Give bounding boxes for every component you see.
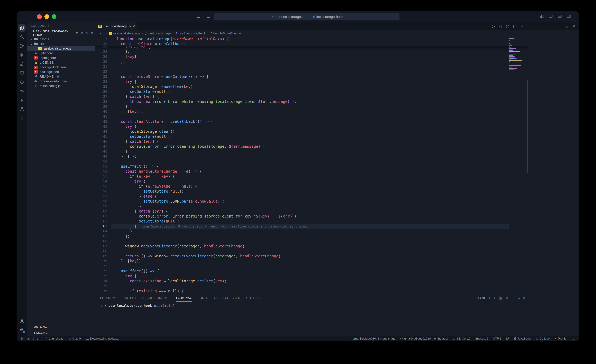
tree-item-useLocalstorage.js[interactable]: JSuseLocalstorage.js	[27, 46, 95, 51]
tree-item-LICENSE[interactable]: ▤LICENSE	[27, 60, 95, 65]
maximize-panel-icon[interactable]: ∧	[518, 296, 520, 300]
panel-tab-terminal[interactable]: TERMINAL	[176, 294, 192, 302]
customize-layout-icon[interactable]	[539, 14, 544, 19]
code-line-70[interactable]: 70 }, [key]);	[95, 259, 529, 264]
go-live-status[interactable]: ◎ Go Live	[536, 337, 550, 340]
back-icon[interactable]: ←	[196, 14, 201, 19]
code-line-65[interactable]: 65 };	[95, 234, 529, 239]
commit-status[interactable]: umarSiddique010 (8 months ago)	[400, 337, 448, 340]
flame-icon[interactable]	[18, 114, 26, 123]
restore-layout-icon[interactable]: ⊞	[565, 24, 568, 28]
code-line-69[interactable]: 69 return () => window.removeEventListen…	[95, 254, 529, 259]
tree-item-.npmignore[interactable]: n.npmignore	[27, 55, 95, 60]
panel-tab-debug-console[interactable]: DEBUG CONSOLE	[142, 294, 170, 302]
tree-item-.gitignore[interactable]: ◆.gitignore	[27, 51, 95, 55]
panel-tab-output[interactable]: OUTPUT	[123, 294, 136, 302]
source-control-icon[interactable]	[18, 41, 26, 51]
toggle-sidebar-icon[interactable]	[548, 14, 553, 19]
code-line-49[interactable]: 49 }, []);	[95, 154, 529, 159]
toggle-secondary-sidebar-icon[interactable]	[566, 14, 571, 19]
zoom-button[interactable]	[52, 14, 56, 19]
settings-gear-icon[interactable]	[18, 325, 26, 334]
run-file-icon[interactable]: ▷	[492, 24, 495, 28]
code-line-30[interactable]: 30 );	[95, 59, 529, 64]
editor-scrollbar[interactable]	[527, 80, 528, 173]
code-line-32[interactable]: 32	[95, 69, 529, 74]
code-line-61[interactable]: 61 console.error(`Error parsing storage …	[95, 214, 529, 219]
testing-icon[interactable]	[18, 105, 26, 114]
explorer-icon[interactable]	[18, 23, 26, 32]
code-line-44[interactable]: 44 localStorage.clear();	[95, 129, 529, 134]
formatter-status[interactable]: ✓ Prettier	[554, 337, 567, 340]
code-line-38[interactable]: 38 throw new Error(`Error while removing…	[95, 99, 529, 104]
kill-terminal-icon[interactable]	[505, 296, 508, 300]
blame-status[interactable]: umarSiddique010, 8 months ago	[349, 337, 395, 340]
collapse-folders-icon[interactable]: ⊟	[90, 31, 93, 35]
editor-more-icon[interactable]: ⋯	[521, 24, 524, 28]
panel-more-icon[interactable]: ⋯	[512, 296, 515, 300]
new-folder-icon[interactable]: ⊞	[81, 31, 83, 35]
code-line-51[interactable]: 51 useEffect(() => {	[95, 164, 529, 169]
code-line-55[interactable]: 55 if (e.newValue === null) {	[95, 184, 529, 189]
code-line-45[interactable]: 45 setGetStore(null);	[95, 134, 529, 139]
code-line-41[interactable]: 41	[95, 114, 529, 119]
branch-status[interactable]: main 0↓ 1↑	[21, 337, 40, 340]
update-status[interactable]: ☁ Downloading update...	[86, 337, 119, 340]
code-line-52[interactable]: 52 const handleStoreChange = (e) => {	[95, 169, 529, 174]
new-file-icon[interactable]: ⊕	[76, 31, 78, 35]
forward-icon[interactable]: →	[206, 14, 211, 19]
code-line-31[interactable]: 31	[95, 64, 529, 69]
code-line-67[interactable]: 67 window.addEventListener('storage', ha…	[95, 244, 529, 249]
live-share-icon[interactable]	[18, 78, 26, 87]
problems-status[interactable]: ⊗ 0 ⚠ 0	[69, 337, 81, 340]
eol-status[interactable]: LF	[506, 337, 509, 340]
toggle-panel-icon[interactable]	[558, 14, 562, 19]
breadcrumb-item[interactable]: ƒhandleStoreChange	[210, 32, 241, 35]
notifications[interactable]	[572, 337, 575, 340]
tab-useLocalstorage[interactable]: JS useLocalstorage.js ×	[95, 22, 137, 30]
code-line-59[interactable]: 59 }	[95, 204, 529, 209]
tree-item-package-lock.json[interactable]: npackage-lock.json	[27, 65, 95, 69]
code-line-35[interactable]: 35 localStorage.removeItem(key);	[95, 84, 529, 89]
panel-tab-ports[interactable]: PORTS	[198, 294, 208, 302]
new-terminal-icon[interactable]: +	[488, 296, 491, 300]
terminal-content[interactable]: ○→use-localstorage-hookgit:(main)	[95, 302, 529, 308]
command-center[interactable]: useLocalstorage.js — use-localstorage-ho…	[214, 13, 399, 20]
nav-back-icon[interactable]: ◁	[499, 24, 502, 28]
code-line-53[interactable]: 53 if (e.key === key) {	[95, 174, 529, 179]
remote-explorer-icon[interactable]	[18, 68, 26, 78]
code-line-73[interactable]: 73 try {	[95, 274, 529, 279]
breadcrumb-item[interactable]: JSuseLocal storage.js	[109, 32, 140, 35]
panel-tab-problems[interactable]: PROBLEMS	[100, 294, 118, 302]
code-line-39[interactable]: 39 }	[95, 104, 529, 109]
docker-icon[interactable]	[18, 87, 26, 96]
code-line-56[interactable]: 56 setGetStore(null);	[95, 189, 529, 194]
terminal-dropdown-icon[interactable]: ∨	[494, 296, 496, 300]
code-line-76[interactable]: 76 if (existing === null) {	[95, 289, 529, 294]
code-line-33[interactable]: 33 const removeStore = useCallback(() =>…	[95, 74, 529, 79]
explorer-more-icon[interactable]: ⋯	[88, 24, 92, 28]
tree-item-package.json[interactable]: npackage.json	[27, 69, 95, 74]
code-line-64[interactable]: 64 }	[95, 229, 529, 234]
tree-item-src[interactable]: ⌄src	[27, 41, 95, 46]
tree-item-rollup.config.js[interactable]: rrollup.config.js	[27, 83, 95, 88]
tree-item-assets[interactable]: ›assets	[27, 37, 95, 41]
code-line-54[interactable]: 54 try {	[95, 179, 529, 184]
code-line-48[interactable]: 48 }	[95, 149, 529, 154]
tree-item-repomix-output.xml[interactable]: <>repomix-output.xml	[27, 79, 95, 83]
launchpad-status[interactable]: Launchpad	[45, 337, 64, 340]
indentation-status[interactable]: Spaces: 2	[475, 337, 488, 340]
code-line-20[interactable]: 20 const setStore = useCallback(	[95, 41, 529, 46]
code-line-66[interactable]: 66	[95, 239, 529, 244]
code-line-40[interactable]: 40 }, [key]);	[95, 109, 529, 114]
close-panel-icon[interactable]: ×	[523, 296, 525, 300]
panel-tab-spell-checker[interactable]: SPELL CHECKER	[214, 294, 240, 302]
code-line-42[interactable]: 42 const clearAllStore = useCallback(() …	[95, 119, 529, 124]
breadcrumb-item[interactable]: ƒuseEffect() callback	[176, 32, 206, 35]
split-terminal-icon[interactable]: ◫	[499, 296, 502, 300]
code-line-75[interactable]: 75	[95, 284, 529, 289]
code-line-36[interactable]: 36 setGetStore(null);	[95, 89, 529, 94]
code-line-28[interactable]: 28 },	[95, 49, 529, 54]
search-icon[interactable]	[18, 32, 26, 41]
cursor-position[interactable]: Ln 63, Col 10	[453, 337, 470, 340]
